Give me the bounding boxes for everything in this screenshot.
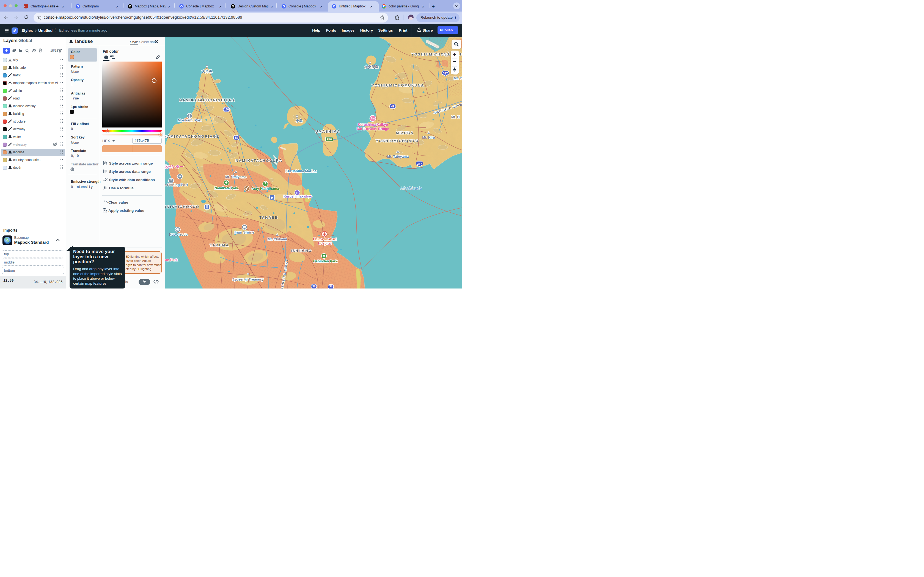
svg-text:NAMIKATACHONISHIURA: NAMIKATACHONISHIURA — [179, 98, 236, 102]
svg-text:YOSHIUMICHOMUKUNA: YOSHIUMICHOMUKUNA — [372, 83, 424, 87]
svg-text:Ehime Imabari: Ehime Imabari — [313, 237, 336, 241]
svg-text:38: 38 — [329, 285, 333, 288]
svg-text:e Fishing Port: e Fishing Port — [165, 183, 188, 187]
svg-text:TAKABE: TAKABE — [259, 215, 278, 219]
svg-text:TAKUMA: TAKUMA — [210, 243, 229, 247]
svg-text:317: 317 — [443, 71, 448, 75]
svg-text:P: P — [296, 191, 298, 194]
svg-text:166: 166 — [224, 108, 229, 111]
svg-text:化センター: 化センター — [165, 164, 183, 169]
svg-text:Mt. Umiyama: Mt. Umiyama — [225, 175, 247, 179]
svg-text:NAMIKATACHOOURA: NAMIKATACHOOURA — [236, 158, 283, 163]
svg-text:337: 337 — [417, 162, 422, 165]
svg-text:Inari Shrine: Inari Shrine — [234, 230, 254, 234]
svg-text:大突間島: 大突間島 — [364, 65, 379, 69]
svg-text:Hiuchinada: Hiuchinada — [401, 186, 422, 190]
svg-text:Namikata Park: Namikata Park — [215, 186, 238, 190]
svg-text:Jyozen-ji Treasury: Jyozen-ji Treasury — [233, 277, 264, 281]
svg-text:38: 38 — [234, 136, 238, 139]
svg-text:Hospital: Hospital — [318, 242, 331, 245]
svg-text:38: 38 — [312, 285, 316, 288]
svg-text:Kurushima Marina: Kurushima Marina — [286, 169, 317, 173]
svg-text:Mt. Ya: Mt. Ya — [454, 76, 462, 80]
svg-text:ONISHICHOKUO: ONISHICHOKUO — [165, 205, 199, 209]
svg-text:an Park: an Park — [165, 258, 178, 262]
svg-text:Kuo Jizodo: Kuo Jizodo — [169, 233, 188, 237]
svg-text:ISHIICHO: ISHIICHO — [291, 249, 312, 253]
svg-text:Mt. Kiro: Mt. Kiro — [422, 136, 435, 140]
svg-text:Mt. Tateyama: Mt. Tateyama — [387, 155, 409, 158]
svg-text:Acty Hashihama: Acty Hashihama — [251, 187, 279, 191]
svg-text:Oshinden Park: Oshinden Park — [313, 259, 337, 263]
svg-text:小島: 小島 — [296, 119, 303, 123]
svg-text:UMASHIMA: UMASHIMA — [315, 129, 341, 134]
svg-text:YOSHIUMICHOSA: YOSHIUMICHOSA — [411, 52, 451, 56]
svg-text:E76: E76 — [327, 138, 332, 141]
svg-text:Dai 1-ohashi Bridge: Dai 1-ohashi Bridge — [357, 127, 389, 131]
svg-text:Mt. H: Mt. H — [451, 115, 460, 119]
svg-text:NAMIKATACHOMORIAGE: NAMIKATACHOMORIAGE — [165, 134, 220, 139]
svg-text:Kurushima Kaikyo: Kurushima Kaikyo — [358, 123, 388, 127]
svg-text:Mt. Chikami: Mt. Chikami — [268, 237, 287, 241]
svg-text:49: 49 — [391, 105, 394, 108]
svg-text:大角鼻: 大角鼻 — [202, 69, 212, 73]
svg-text:MIZUBA: MIZUBA — [396, 131, 414, 135]
svg-text:YOSHIUMICHOMYO: YOSHIUMICHOMYO — [376, 139, 419, 143]
